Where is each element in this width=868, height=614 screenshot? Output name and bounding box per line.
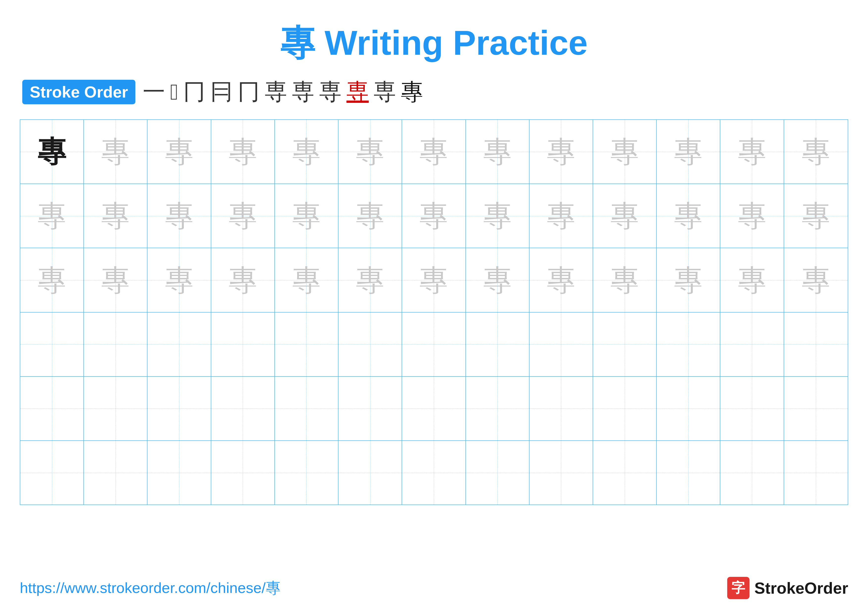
grid-cell-r5c12 bbox=[720, 377, 784, 440]
char-light: 專 bbox=[547, 132, 575, 171]
grid-cell-r5c11 bbox=[657, 377, 720, 440]
grid-cell-r4c10 bbox=[593, 312, 657, 376]
char-light: 專 bbox=[738, 197, 766, 235]
grid-row-1: 專 專 專 專 專 專 專 專 專 專 專 專 專 bbox=[20, 120, 848, 184]
grid-cell-r4c9 bbox=[530, 312, 593, 376]
footer-logo-text: StrokeOrder bbox=[755, 579, 848, 597]
grid-cell-r2c9: 專 bbox=[530, 184, 593, 248]
stroke-8: 専 bbox=[319, 77, 341, 107]
char-light: 專 bbox=[292, 132, 321, 171]
grid-row-2: 專 專 專 專 專 專 專 專 專 專 專 專 專 bbox=[20, 184, 848, 248]
char-light: 專 bbox=[547, 197, 575, 235]
grid-cell-r5c1 bbox=[20, 377, 84, 440]
char-light: 專 bbox=[802, 261, 830, 300]
grid-cell-r1c4: 專 bbox=[211, 120, 275, 183]
grid-cell-r6c4 bbox=[211, 441, 275, 505]
grid-row-5 bbox=[20, 377, 848, 441]
grid-cell-r3c3: 專 bbox=[147, 248, 211, 312]
grid-cell-r2c5: 專 bbox=[275, 184, 338, 248]
strokeorder-icon: 字 bbox=[727, 577, 749, 599]
grid-row-6 bbox=[20, 441, 848, 505]
logo-char: 字 bbox=[732, 579, 745, 597]
grid-row-4 bbox=[20, 312, 848, 377]
char-light: 專 bbox=[292, 261, 321, 300]
grid-cell-r1c9: 專 bbox=[530, 120, 593, 183]
grid-cell-r6c9 bbox=[530, 441, 593, 505]
grid-cell-r5c3 bbox=[147, 377, 211, 440]
char-light: 專 bbox=[356, 197, 384, 235]
footer: https://www.strokeorder.com/chinese/專 字 … bbox=[20, 577, 848, 599]
char-light: 專 bbox=[802, 132, 830, 171]
grid-cell-r4c7 bbox=[402, 312, 466, 376]
grid-cell-r1c7: 專 bbox=[402, 120, 466, 183]
grid-cell-r4c12 bbox=[720, 312, 784, 376]
grid-cell-r1c6: 專 bbox=[338, 120, 402, 183]
char-light: 專 bbox=[229, 132, 257, 171]
grid-cell-r6c13 bbox=[784, 441, 848, 505]
char-light: 專 bbox=[802, 197, 830, 235]
grid-cell-r3c6: 專 bbox=[338, 248, 402, 312]
grid-cell-r3c11: 專 bbox=[657, 248, 720, 312]
char-light: 專 bbox=[674, 197, 702, 235]
grid-cell-r6c6 bbox=[338, 441, 402, 505]
page-title: 專 Writing Practice bbox=[281, 23, 587, 62]
grid-cell-r4c8 bbox=[466, 312, 530, 376]
char-light: 專 bbox=[738, 261, 766, 300]
grid-cell-r1c13: 專 bbox=[784, 120, 848, 183]
grid-cell-r2c6: 專 bbox=[338, 184, 402, 248]
char-light: 專 bbox=[483, 197, 512, 235]
char-light: 專 bbox=[165, 197, 194, 235]
char-light: 專 bbox=[37, 197, 66, 235]
char-light: 專 bbox=[356, 132, 384, 171]
grid-cell-r6c2 bbox=[84, 441, 147, 505]
char-light: 專 bbox=[674, 261, 702, 300]
grid-cell-r6c11 bbox=[657, 441, 720, 505]
grid-cell-r2c7: 專 bbox=[402, 184, 466, 248]
grid-cell-r3c4: 專 bbox=[211, 248, 275, 312]
grid-cell-r1c1: 專 bbox=[20, 120, 84, 183]
grid-cell-r3c12: 專 bbox=[720, 248, 784, 312]
grid-cell-r1c8: 專 bbox=[466, 120, 530, 183]
grid-cell-r1c10: 專 bbox=[593, 120, 657, 183]
char-light: 專 bbox=[674, 132, 702, 171]
char-light: 專 bbox=[483, 261, 512, 300]
char-light: 專 bbox=[165, 261, 194, 300]
char-dark: 專 bbox=[37, 132, 66, 171]
grid-cell-r3c5: 專 bbox=[275, 248, 338, 312]
grid-cell-r5c2 bbox=[84, 377, 147, 440]
grid-cell-r4c2 bbox=[84, 312, 147, 376]
grid-cell-r3c2: 專 bbox=[84, 248, 147, 312]
grid-cell-r6c7 bbox=[402, 441, 466, 505]
char-light: 專 bbox=[165, 132, 194, 171]
grid-cell-r5c10 bbox=[593, 377, 657, 440]
stroke-4: 冃 bbox=[210, 77, 232, 107]
stroke-3: 冂 bbox=[183, 77, 205, 107]
grid-cell-r6c10 bbox=[593, 441, 657, 505]
grid-cell-r3c7: 專 bbox=[402, 248, 466, 312]
stroke-11: 專 bbox=[401, 77, 423, 107]
grid-cell-r2c1: 專 bbox=[20, 184, 84, 248]
grid-cell-r2c12: 專 bbox=[720, 184, 784, 248]
grid-cell-r3c1: 專 bbox=[20, 248, 84, 312]
grid-cell-r1c12: 專 bbox=[720, 120, 784, 183]
grid-cell-r5c7 bbox=[402, 377, 466, 440]
grid-cell-r6c12 bbox=[720, 441, 784, 505]
grid-row-3: 專 專 專 專 專 專 專 專 專 專 專 專 專 bbox=[20, 248, 848, 312]
char-light: 專 bbox=[356, 261, 384, 300]
grid-cell-r1c11: 專 bbox=[657, 120, 720, 183]
grid-cell-r5c4 bbox=[211, 377, 275, 440]
grid-cell-r3c13: 專 bbox=[784, 248, 848, 312]
grid-cell-r4c1 bbox=[20, 312, 84, 376]
grid-cell-r3c8: 專 bbox=[466, 248, 530, 312]
grid-cell-r5c6 bbox=[338, 377, 402, 440]
grid-cell-r1c3: 專 bbox=[147, 120, 211, 183]
char-light: 專 bbox=[292, 197, 321, 235]
grid-cell-r2c13: 專 bbox=[784, 184, 848, 248]
char-light: 專 bbox=[611, 261, 639, 300]
stroke-5: 冂 bbox=[237, 77, 260, 107]
char-light: 專 bbox=[483, 132, 512, 171]
grid-cell-r2c10: 專 bbox=[593, 184, 657, 248]
char-light: 專 bbox=[37, 261, 66, 300]
grid-cell-r4c3 bbox=[147, 312, 211, 376]
char-light: 專 bbox=[611, 197, 639, 235]
